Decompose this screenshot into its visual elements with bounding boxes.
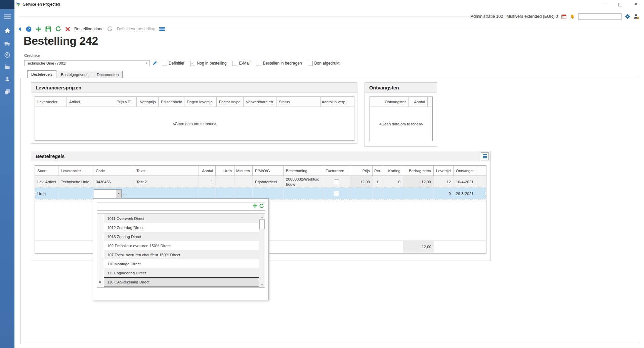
help-button[interactable]: ?: [26, 26, 32, 32]
flag-checkbox-definitief[interactable]: [162, 61, 167, 66]
column-header-code[interactable]: Code: [93, 166, 134, 176]
finance-sidebar-icon[interactable]: €: [4, 52, 11, 58]
column-header-aantal[interactable]: Aantal: [409, 97, 428, 107]
dropdown-item[interactable]: 111 Engineering Direct: [97, 268, 259, 277]
flag-e-mail[interactable]: E-Mail: [232, 61, 250, 66]
production-sidebar-icon[interactable]: [4, 64, 11, 70]
cell-ontvangst: 29-3-2021: [454, 188, 477, 199]
column-header-aantal[interactable]: Aantal: [199, 166, 216, 176]
settings-gear-icon[interactable]: [625, 14, 630, 19]
order-lines-menu-button[interactable]: [481, 152, 489, 160]
menu-sidebar-icon[interactable]: [4, 14, 11, 20]
creditor-value: Technische Unie (7001): [25, 61, 144, 65]
dropdown-item[interactable]: 1013 Zondag Direct: [97, 232, 259, 241]
column-header-soort[interactable]: Soort: [35, 166, 58, 176]
column-header-bestemming[interactable]: Bestemming: [284, 166, 323, 176]
flag-checkbox-bestellen-in-bedragen[interactable]: [256, 61, 261, 66]
row-indicator: [97, 223, 104, 232]
receipts-grid: OntvangstnrAantal <Geen data om te tonen…: [370, 96, 433, 141]
add-button[interactable]: [36, 26, 41, 32]
column-header-factureren[interactable]: Factureren: [323, 166, 350, 176]
flag-nog-in-bestelling[interactable]: Nog in bestelling: [190, 61, 227, 66]
column-header-factor-ve-pe[interactable]: Factor ve/pe: [217, 97, 244, 107]
column-header-dagen-levertijd[interactable]: Dagen levertijd: [184, 97, 217, 107]
column-header-levertijd[interactable]: Levertijd: [434, 166, 454, 176]
home-sidebar-icon[interactable]: [4, 28, 11, 34]
dropdown-add-icon[interactable]: [252, 203, 258, 208]
save-button[interactable]: [45, 26, 51, 32]
column-header-prijs[interactable]: Prijs: [350, 166, 373, 176]
minimize-button[interactable]: –: [599, 0, 610, 9]
factureren-checkbox[interactable]: [334, 179, 339, 184]
dropdown-search-input[interactable]: [97, 202, 265, 211]
flag-bon-afgedrukt[interactable]: Bon afgedrukt: [308, 61, 340, 66]
dropdown-item[interactable]: 1011 Overwerk Direct: [97, 214, 259, 223]
order-ready-button[interactable]: Bestelling klaar: [74, 27, 103, 31]
flag-checkbox-bon-afgedrukt[interactable]: [308, 61, 313, 66]
delete-button[interactable]: [65, 27, 70, 32]
tab-bestelgegevens[interactable]: Bestelgegevens: [57, 71, 92, 78]
scroll-down-button[interactable]: ▼: [259, 282, 265, 287]
column-header-nettoprijs[interactable]: Nettoprijs: [137, 97, 159, 107]
column-header-bedrag-netto[interactable]: Bedrag netto: [403, 166, 434, 176]
code-dropdown-button[interactable]: ▼: [116, 189, 122, 198]
maximize-button[interactable]: [614, 0, 626, 9]
dropdown-item[interactable]: 1012 Zeterdag Direct: [97, 223, 259, 232]
tab-bar: BestelregelsBestelgegevensDocumenten: [27, 70, 123, 78]
articles-sidebar-icon[interactable]: [4, 88, 11, 94]
creditor-combobox[interactable]: Technische Unie (7001) ▾: [24, 60, 150, 66]
column-header-ontvangstnr[interactable]: Ontvangstnr: [370, 97, 409, 107]
toolbar-menu-button[interactable]: [159, 27, 165, 31]
column-header-aantal-in-verp[interactable]: Aantal in verp.: [321, 97, 349, 107]
sort-ascending-icon: [128, 100, 131, 104]
supplier-prices-empty-text: <Geen data om te tonen>: [35, 107, 354, 140]
column-header-minuten[interactable]: Minuten: [234, 166, 253, 176]
dropdown-item[interactable]: 102 Emballeur overuren 150% Direct: [97, 241, 259, 250]
column-header-p-m-o-g[interactable]: P/M/O/G: [253, 166, 284, 176]
chevron-down-icon[interactable]: ▾: [144, 62, 149, 65]
back-button[interactable]: [17, 27, 22, 32]
dropdown-refresh-icon[interactable]: [259, 203, 264, 208]
dropdown-item[interactable]: 107 Toesl. overuren chauffeur 150% Direc…: [97, 250, 259, 259]
column-header-per[interactable]: Per: [373, 166, 382, 176]
dropdown-item-label: 107 Toesl. overuren chauffeur 150% Direc…: [104, 250, 259, 259]
flag-checkbox-e-mail[interactable]: [232, 61, 237, 66]
column-header-verwerkbare-eh[interactable]: Verwerkbare eh.: [244, 97, 276, 107]
factureren-checkbox[interactable]: [334, 191, 339, 196]
column-header-ontvangst[interactable]: Ontvangst: [454, 166, 477, 176]
code-editor-input[interactable]: [94, 189, 116, 198]
cell-prijs: 12,00: [350, 176, 373, 188]
dropdown-item[interactable]: ▶116 CAS-tekening Direct: [97, 277, 259, 286]
column-header-tekst[interactable]: Tekst: [134, 166, 199, 176]
flag-checkbox-nog-in-bestelling[interactable]: [190, 61, 195, 66]
order-line-row[interactable]: Uren▼…029-3-2021: [35, 188, 486, 199]
cell-tekst: [134, 188, 199, 199]
dropdown-item[interactable]: 110 Montage Direct: [97, 259, 259, 268]
column-header-prijseenheid[interactable]: Prijseenheid: [159, 97, 184, 107]
code-lookup-ellipsis-button[interactable]: …: [123, 191, 127, 196]
column-header-prijs-v[interactable]: Prijs v: [114, 97, 137, 107]
dropdown-scrollbar[interactable]: ▲ ▼: [259, 214, 265, 287]
tab-bestelregels[interactable]: Bestelregels: [27, 70, 56, 78]
refresh-button[interactable]: [55, 26, 61, 32]
close-button[interactable]: ×: [630, 0, 642, 9]
flag-definitief[interactable]: Definitief: [162, 61, 184, 66]
scrollbar-thumb[interactable]: [259, 220, 265, 229]
column-header-uren[interactable]: Uren: [216, 166, 234, 176]
tab-documenten[interactable]: Documenten: [93, 71, 123, 78]
order-line-row[interactable]: Lev. ArtikelTechnische Unie3436456Test 2…: [35, 176, 486, 188]
calendar-icon[interactable]: [561, 14, 566, 19]
scroll-up-button[interactable]: ▲: [259, 214, 265, 220]
global-search-input[interactable]: [578, 13, 621, 20]
flag-bestellen-in-bedragen[interactable]: Bestellen in bedragen: [256, 61, 302, 66]
column-header-leverancier[interactable]: Leverancier: [35, 97, 67, 107]
edit-creditor-pencil-icon[interactable]: [152, 61, 157, 66]
column-header-leverancier[interactable]: Leverancier: [58, 166, 93, 176]
column-header-status[interactable]: Status: [276, 97, 321, 107]
relations-sidebar-icon[interactable]: [4, 76, 11, 82]
column-header-korting[interactable]: Korting: [382, 166, 403, 176]
orders-sidebar-icon[interactable]: [4, 40, 11, 46]
notifications-bell-icon[interactable]: [570, 14, 575, 19]
column-header-artikel[interactable]: Artikel: [67, 97, 114, 107]
user-account-icon[interactable]: [634, 14, 639, 19]
